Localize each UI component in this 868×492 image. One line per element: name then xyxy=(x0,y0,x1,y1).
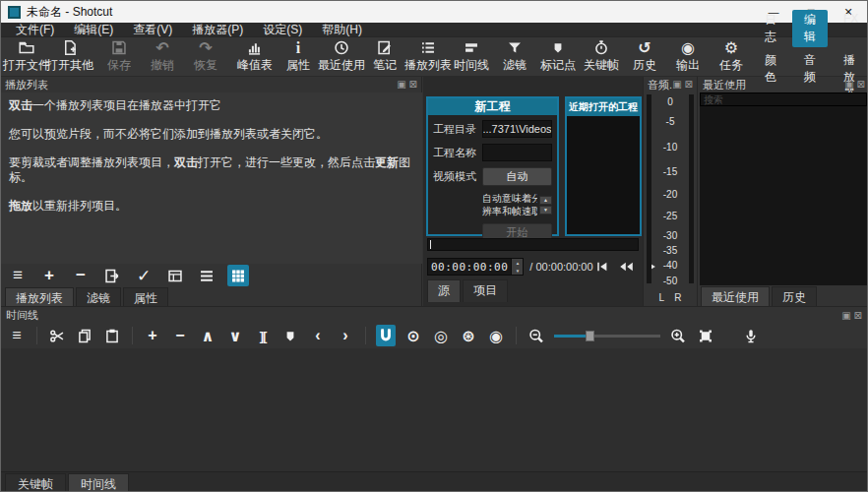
menu-player[interactable]: 播放器(P) xyxy=(183,23,252,37)
timecode-field[interactable]: 00:00:00:00 ▲ ▼ xyxy=(427,258,524,276)
peak-meter-button[interactable]: 峰值表 xyxy=(233,38,277,76)
project-folder-button[interactable]: ...7371\Videos xyxy=(482,120,552,138)
filters-button[interactable]: 滤镜 xyxy=(493,38,536,76)
cut-button[interactable] xyxy=(47,325,67,346)
scrub-while-dragging-button[interactable]: ⊙ xyxy=(403,325,423,346)
view-tiles-button[interactable] xyxy=(196,265,217,286)
ripple-all-tracks-button[interactable]: ⊛ xyxy=(459,325,478,346)
float-panel-icon[interactable]: ▣ xyxy=(397,80,405,90)
tab-timeline[interactable]: 时间线 xyxy=(68,473,129,492)
timecode-down-icon[interactable]: ▼ xyxy=(512,267,523,275)
copy-icon xyxy=(76,328,93,344)
video-mode-button[interactable]: 自动 xyxy=(482,167,552,186)
recent-files-list[interactable] xyxy=(700,106,867,285)
recent-search-input[interactable] xyxy=(700,92,867,106)
close-panel-icon[interactable]: ⊠ xyxy=(409,80,417,90)
paste-button[interactable] xyxy=(102,325,122,346)
append-button[interactable]: + xyxy=(143,325,162,346)
menu-view[interactable]: 查看(V) xyxy=(124,23,181,37)
layout-logging-button[interactable]: 日志 xyxy=(753,10,788,47)
help-text: 要剪裁或者调整播放列表项目， xyxy=(9,155,174,169)
zoom-fit-button[interactable] xyxy=(696,325,715,346)
prev-marker-button[interactable]: ‹ xyxy=(308,325,328,346)
playlist-done-button[interactable]: ✓ xyxy=(133,265,155,286)
timeline-button[interactable]: 时间线 xyxy=(450,38,493,76)
playlist-menu-button[interactable]: ≡ xyxy=(7,265,29,286)
keyframes-button[interactable]: 关键帧 xyxy=(580,38,623,76)
tab-source[interactable]: 源 xyxy=(427,279,461,302)
grid-view-icon xyxy=(229,268,247,284)
snap-toggle-button[interactable] xyxy=(376,325,396,346)
ripple-toggle-button[interactable]: ◎ xyxy=(431,325,451,346)
redo-icon: ↷ xyxy=(199,39,212,56)
clipboard-icon xyxy=(103,328,121,344)
float-panel-icon[interactable]: ▣ xyxy=(844,80,853,90)
save-button[interactable]: 保存 xyxy=(97,38,141,76)
close-panel-icon[interactable]: ⊠ xyxy=(857,80,865,90)
note-scroll-down-icon[interactable]: ▼ xyxy=(539,206,552,215)
notes-button[interactable]: 笔记 xyxy=(363,38,406,76)
playlist-button[interactable]: 播放列表 xyxy=(406,38,450,76)
tab-project[interactable]: 项目 xyxy=(463,279,508,302)
timecode-up-icon[interactable]: ▲ xyxy=(512,259,523,267)
timeline-menu-button[interactable]: ≡ xyxy=(7,325,27,346)
ripple-delete-button[interactable]: − xyxy=(170,325,190,346)
close-panel-icon[interactable]: ⊠ xyxy=(854,311,862,321)
channel-left-label: L xyxy=(659,292,665,303)
rewind-button[interactable] xyxy=(618,259,635,275)
record-audio-button[interactable] xyxy=(741,325,761,346)
menu-help[interactable]: 帮助(H) xyxy=(313,23,371,37)
timeline-zoom-slider[interactable] xyxy=(554,329,660,342)
zoom-in-button[interactable] xyxy=(668,325,688,346)
player-seek-bar[interactable] xyxy=(427,238,639,251)
open-file-button[interactable]: 打开文件 xyxy=(5,38,48,76)
zoom-out-button[interactable] xyxy=(527,325,546,346)
split-button[interactable]: ][ xyxy=(253,325,273,346)
menubar: 文件(F) 编辑(E) 查看(V) 播放器(P) 设定(S) 帮助(H) xyxy=(1,23,867,37)
export-button[interactable]: ◉ 输出 xyxy=(666,38,710,76)
recent-projects-list[interactable] xyxy=(567,116,640,234)
float-panel-icon[interactable]: ▣ xyxy=(672,80,681,90)
recent-button[interactable]: 最近使用 xyxy=(320,38,363,76)
close-panel-icon[interactable]: ⊠ xyxy=(685,80,693,90)
view-icons-button[interactable] xyxy=(227,265,249,286)
peak-meter-icon xyxy=(246,39,264,56)
menu-file[interactable]: 文件(F) xyxy=(7,23,63,37)
lift-button[interactable]: ∧ xyxy=(198,325,217,346)
layout-fx-button[interactable]: FX xyxy=(832,10,868,47)
playlist-update-button[interactable] xyxy=(101,265,123,286)
note-scroll-up-icon[interactable]: ▲ xyxy=(539,196,552,205)
zoom-slider-handle[interactable] xyxy=(586,331,594,341)
ripple-markers-button[interactable]: ◉ xyxy=(486,325,506,346)
jobs-button[interactable]: ⚙ 任务 xyxy=(710,38,753,76)
skip-to-start-button[interactable] xyxy=(593,259,610,275)
project-name-input[interactable] xyxy=(482,144,552,161)
playlist-panel-header: 播放列表 ▣ ⊠ xyxy=(1,77,421,92)
bottom-dock-tabs: 关键帧 时间线 xyxy=(1,471,867,492)
copy-button[interactable] xyxy=(75,325,94,346)
scissors-icon xyxy=(48,328,66,344)
menu-settings[interactable]: 设定(S) xyxy=(254,23,311,37)
markers-button[interactable]: 标记点 xyxy=(536,38,580,76)
project-folder-label: 工程目录 xyxy=(433,122,482,137)
properties-button[interactable]: i 属性 xyxy=(277,38,320,76)
undo-button[interactable]: ↶ 撤销 xyxy=(141,38,184,76)
tab-keyframes[interactable]: 关键帧 xyxy=(5,473,66,492)
db-scale-label: -40 xyxy=(644,260,697,271)
view-details-button[interactable] xyxy=(164,265,186,286)
menu-edit[interactable]: 编辑(E) xyxy=(65,23,122,37)
float-panel-icon[interactable]: ▣ xyxy=(841,311,850,321)
stopwatch-icon xyxy=(592,39,610,56)
toolbar-separator xyxy=(365,327,366,344)
next-marker-button[interactable]: › xyxy=(336,325,355,346)
open-other-button[interactable]: 打开其他 xyxy=(48,38,92,76)
playlist-add-button[interactable]: + xyxy=(38,265,60,286)
add-marker-button[interactable] xyxy=(280,325,300,346)
timeline-tracks-area[interactable] xyxy=(1,348,867,472)
overwrite-button[interactable]: ∨ xyxy=(225,325,245,346)
history-button[interactable]: ↺ 历史 xyxy=(623,38,666,76)
layout-editing-button[interactable]: 编辑 xyxy=(792,10,828,47)
playlist-remove-button[interactable]: − xyxy=(70,265,92,286)
timecode-value: 00:00:00:00 xyxy=(428,259,511,275)
redo-button[interactable]: ↷ 恢复 xyxy=(184,38,227,76)
